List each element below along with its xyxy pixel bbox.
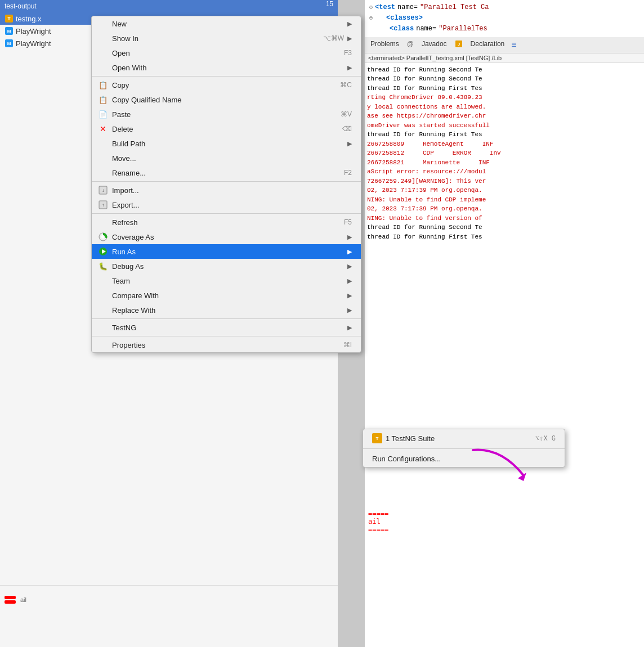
code-line-3: <class name= "ParallelTes <box>369 24 639 34</box>
console-breadcrumb: <terminated> ParallelIT_testng.xml [Test… <box>365 53 644 63</box>
testng-menu-icon <box>99 323 108 332</box>
menu-label-new: New <box>99 19 127 28</box>
collapse-btn-2[interactable]: ⊖ <box>369 14 373 23</box>
open-with-arrow: ▶ <box>347 64 352 71</box>
copy-qualified-icon: 📋 <box>99 95 108 104</box>
menu-item-rename[interactable]: Rename... F2 <box>92 165 361 180</box>
menu-text-export: Export... <box>112 201 139 209</box>
file-name-playwright1: PlayWright <box>16 27 51 35</box>
menu-text-paste: Paste <box>112 110 131 119</box>
line-number: 15 <box>326 0 333 8</box>
console-line-2: thread ID for Running Second Te <box>367 74 642 84</box>
testng-arrow: ▶ <box>347 324 352 331</box>
menu-item-move[interactable]: Move... <box>92 151 361 165</box>
console-line-15: NING: Unable to find CDP impleme <box>367 195 642 205</box>
svg-point-7 <box>101 235 105 239</box>
menu-label-properties: Properties <box>99 340 145 349</box>
file-name-testng: testng.x <box>16 15 42 23</box>
code-editor: ⊖ <test name= "Parallel Test Ca ⊖ <class… <box>365 0 644 37</box>
testng-suite-shortcut: ⌥⇧X G <box>535 434 556 443</box>
menu-label-delete: ✕ Delete <box>99 124 133 133</box>
menu-text-team: Team <box>112 277 130 285</box>
console-line-16: 02, 2023 7:17:39 PM org.openqa. <box>367 204 642 214</box>
menu-item-delete[interactable]: ✕ Delete ⌫ <box>92 122 361 136</box>
menu-text-new: New <box>112 20 127 28</box>
menu-item-refresh[interactable]: Refresh F5 <box>92 215 361 230</box>
menu-item-debug-as[interactable]: 🐛 Debug As ▶ <box>92 259 361 273</box>
tab-problems[interactable]: Problems <box>365 38 405 52</box>
collapse-btn-1[interactable]: ⊖ <box>369 3 373 12</box>
menu-item-run-as[interactable]: Run As ▶ <box>92 244 361 259</box>
context-menu: New ▶ Show In ⌥⌘W ▶ Open F3 Open With ▶ <box>91 16 361 353</box>
menu-item-open-with[interactable]: Open With ▶ <box>92 60 361 75</box>
debug-as-arrow: ▶ <box>347 263 352 270</box>
run-configs-text: Run Configurations... <box>372 455 441 463</box>
menu-item-replace-with[interactable]: Replace With ▶ <box>92 303 361 317</box>
menu-item-coverage[interactable]: Coverage As ▶ <box>92 230 361 244</box>
menu-text-delete: Delete <box>112 125 133 133</box>
menu-text-compare-with: Compare With <box>112 291 159 300</box>
console-line-12: aScript error: resource:///modul <box>367 167 642 177</box>
menu-label-coverage: Coverage As <box>99 232 154 241</box>
menu-item-testng[interactable]: TestNG ▶ <box>92 320 361 335</box>
menu-text-open: Open <box>112 49 130 57</box>
menu-label-testng: TestNG <box>99 323 136 332</box>
console-line-14: 02, 2023 7:17:39 PM org.openqa. <box>367 186 642 195</box>
delete-icon: ✕ <box>99 124 108 133</box>
menu-item-paste[interactable]: 📄 Paste ⌘V <box>92 107 361 122</box>
replace-with-arrow: ▶ <box>347 307 352 314</box>
menu-item-new[interactable]: New ▶ <box>92 16 361 31</box>
menu-label-debug-as: 🐛 Debug As <box>99 262 144 271</box>
menu-label-compare-with: Compare With <box>99 291 159 300</box>
xml-class-name-attr: name= <box>416 24 436 34</box>
tab-declaration[interactable]: Declaration <box>465 38 511 52</box>
console-line-3: thread ID for Running First Tes <box>367 84 642 93</box>
run-as-arrow: ▶ <box>347 248 352 255</box>
menu-text-open-with: Open With <box>112 64 146 72</box>
menu-label-copy: 📋 Copy <box>99 80 129 89</box>
submenu-item-run-configs[interactable]: Run Configurations... <box>363 450 565 467</box>
javadoc-icon: J <box>453 38 465 52</box>
submenu-item-testng-suite[interactable]: T 1 TestNG Suite ⌥⇧X G <box>363 429 565 447</box>
menu-label-copy-qualified: 📋 Copy Qualified Name <box>99 95 182 104</box>
code-line-1: ⊖ <test name= "Parallel Test Ca <box>369 2 639 13</box>
xml-class-name-val: "ParallelTes <box>439 24 487 34</box>
separator-4 <box>92 318 361 319</box>
right-status: ===== ail ===== <box>365 509 644 534</box>
menu-label-paste: 📄 Paste <box>99 110 131 119</box>
status-fail: ail <box>368 518 641 525</box>
menu-item-show-in[interactable]: Show In ⌥⌘W ▶ <box>92 31 361 46</box>
build-path-icon <box>99 139 108 148</box>
menu-item-export[interactable]: ↑ Export... <box>92 197 361 212</box>
console-line-8: thread ID for Running First Tes <box>367 130 642 140</box>
menu-item-build-path[interactable]: Build Path ▶ <box>92 136 361 151</box>
left-panel-title: test-output <box>5 2 37 10</box>
menu-item-team[interactable]: Team ▶ <box>92 273 361 288</box>
menu-item-import[interactable]: ↓ Import... <box>92 183 361 197</box>
tab-javadoc[interactable]: Javadoc <box>416 38 453 52</box>
show-in-shortcut: ⌥⌘W <box>323 34 344 42</box>
menu-text-build-path: Build Path <box>112 140 145 148</box>
menu-text-rename: Rename... <box>112 169 146 177</box>
paste-icon: 📄 <box>99 110 108 119</box>
team-arrow: ▶ <box>347 277 352 285</box>
copy-icon: 📋 <box>99 80 108 89</box>
console-line-11: 2667258821 Marionette INF <box>367 158 642 168</box>
menu-item-properties[interactable]: Properties ⌘I <box>92 338 361 352</box>
menu-item-compare-with[interactable]: Compare With ▶ <box>92 288 361 303</box>
show-in-icon <box>99 34 108 43</box>
compare-with-icon <box>99 291 108 300</box>
separator-3 <box>92 213 361 214</box>
console-line-17: NING: Unable to find version of <box>367 214 642 223</box>
compare-with-arrow: ▶ <box>347 292 352 299</box>
menu-label-move: Move... <box>99 154 136 163</box>
menu-item-copy-qualified[interactable]: 📋 Copy Qualified Name <box>92 92 361 107</box>
rename-shortcut: F2 <box>344 169 352 177</box>
rename-icon <box>99 168 108 177</box>
refresh-shortcut: F5 <box>344 218 352 226</box>
tab-more-icon[interactable]: ≡ <box>510 38 517 52</box>
xml-name-attr: name= <box>397 2 418 13</box>
menu-item-copy[interactable]: 📋 Copy ⌘C <box>92 78 361 92</box>
menu-text-copy-qualified: Copy Qualified Name <box>112 96 182 104</box>
menu-item-open[interactable]: Open F3 <box>92 46 361 60</box>
